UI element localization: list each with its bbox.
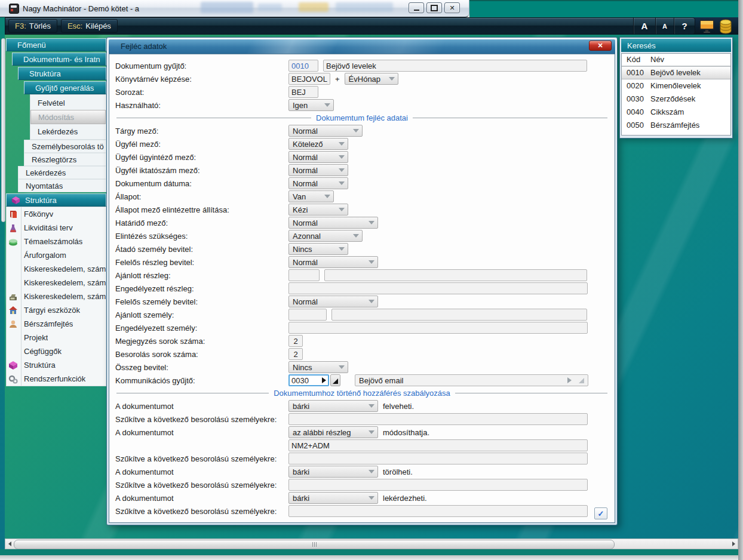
confirm-button[interactable]: ✓ (594, 507, 607, 519)
client-agent-field-select[interactable]: Normál (288, 151, 348, 163)
search-row[interactable]: 0040 Cikkszám (622, 106, 730, 119)
menu-header-struktura[interactable]: Struktúra (18, 67, 106, 80)
modify-access-persons-input[interactable] (288, 453, 588, 464)
create-access-persons-input[interactable] (288, 413, 588, 425)
search-row[interactable]: 0020 Kimenőlevelek (622, 79, 730, 93)
allowed-person-input[interactable] (288, 322, 588, 334)
sidebar-item-targyi-eszkozok[interactable]: Tárgyi eszközök (7, 303, 106, 317)
search-row[interactable]: 0030 Szerződések (622, 93, 730, 106)
responsible-dept-select[interactable]: Normál (288, 256, 378, 268)
status-select[interactable]: Van (288, 190, 334, 202)
close-window-button[interactable]: ✕ (444, 2, 460, 13)
monitor-icon[interactable] (699, 19, 715, 33)
field-label: Felelős részleg bevitel: (115, 258, 194, 267)
client-regnumber-field-select[interactable]: Normál (288, 164, 348, 176)
field-label: Ügyfél mező: (115, 140, 161, 149)
help-button[interactable]: ? (674, 18, 695, 34)
query-access-persons-input[interactable] (288, 505, 588, 517)
scroll-left-button[interactable] (6, 540, 13, 547)
glass-reflection (299, 2, 328, 12)
sidebar-item-aruforgalom[interactable]: Áruforgalom (7, 248, 106, 262)
search-row[interactable]: 0050 Bérszámfejtés (622, 119, 730, 132)
chevron-down-icon (389, 77, 395, 81)
font-increase-button[interactable]: A (633, 18, 655, 34)
query-access-select[interactable]: bárki (288, 492, 378, 504)
menu-item-modositas[interactable]: Módosítás (30, 110, 106, 124)
collector-lookup-button[interactable] (330, 374, 340, 386)
menu-header-fomenu[interactable]: Főmenü (6, 38, 106, 51)
handover-person-select[interactable]: Nincs (288, 243, 348, 255)
delete-access-select[interactable]: bárki (288, 466, 378, 478)
menu-header-dokumentum[interactable]: Dokumentum- és Iratn (12, 53, 106, 66)
suggested-person-code-input[interactable] (288, 309, 327, 321)
minimize-button[interactable] (409, 2, 424, 13)
search-panel-title[interactable]: Keresés (621, 39, 731, 52)
sidebar-item-kiskereskedelem-1[interactable]: Kiskereskedelem, száml (7, 262, 106, 276)
suggested-person-name-input[interactable] (331, 309, 587, 321)
responsible-person-select[interactable]: Normál (288, 296, 378, 307)
menu-item-felvetel[interactable]: Felvétel (30, 96, 106, 110)
subject-field-select[interactable]: Normál (288, 125, 363, 137)
horizontal-scrollbar[interactable] (5, 539, 738, 549)
amount-entry-select[interactable]: Nincs (288, 361, 348, 373)
scroll-right-button[interactable] (730, 540, 737, 547)
library-name-input[interactable] (288, 73, 330, 85)
communication-collector-name-field[interactable]: Bejövő email (355, 374, 588, 386)
sidebar-item-struktura[interactable]: Struktúra (7, 358, 106, 372)
sidebar-item-temaelszamolas[interactable]: Témaelszámolás (7, 235, 106, 248)
sidebar-item-kiskereskedelem-2[interactable]: Kiskereskedelem, száml (7, 276, 106, 290)
sidebar-item-kiskereskedelem-3[interactable]: Kiskereskedelem, száml (7, 290, 106, 303)
chevron-down-icon (339, 168, 345, 172)
document-collector-name-input[interactable] (323, 60, 587, 72)
sidebar-item-fokonyv[interactable]: Főkönyv (7, 207, 106, 221)
handling-required-select[interactable]: Azonnal (288, 230, 363, 242)
menu-header-struktura-group[interactable]: Struktúra (6, 193, 106, 207)
library-suffix-select[interactable]: ÉvHónap (345, 73, 398, 85)
exit-button[interactable]: Esc: Kilépés (61, 19, 118, 33)
close-icon: ✕ (597, 42, 603, 50)
menu-item-nyomtatas[interactable]: Nyomtatás (18, 179, 106, 192)
suggested-dept-name-input[interactable] (324, 269, 587, 281)
document-collector-code-input[interactable] (288, 60, 318, 72)
client-field-select[interactable]: Kötelező (288, 138, 348, 150)
modify-access-select[interactable]: az alábbi részleg (288, 426, 378, 438)
communication-collector-code-input[interactable]: 0030 (288, 374, 329, 386)
usable-select[interactable]: Igen (288, 99, 334, 111)
chevron-down-icon (369, 430, 374, 434)
sidebar-item-berszamfejtes[interactable]: Bérszámfejtés (7, 317, 106, 331)
database-icon[interactable] (719, 19, 732, 34)
delete-access-persons-input[interactable] (288, 479, 588, 491)
sidebar-item-likviditasi-terv[interactable]: Likviditási terv (7, 221, 106, 235)
window-title: Nagy Machinátor - Demó kötet - a (23, 4, 139, 13)
deadline-field-select[interactable]: Normál (288, 217, 378, 229)
field-label: Tárgy mező: (115, 127, 158, 136)
create-access-select[interactable]: bárki (288, 400, 378, 412)
sidebar-scrollbar[interactable] (1, 38, 5, 222)
status-done-mode-select[interactable]: Kézi (288, 204, 348, 216)
sidebar-item-cegfuggok[interactable]: Cégfüggők (7, 344, 106, 358)
menu-item-lekerdezes-2[interactable]: Lekérdezés (18, 166, 106, 179)
delete-button[interactable]: F3: Törlés (8, 19, 57, 33)
suggested-dept-code-input[interactable] (288, 269, 320, 281)
scrollbar-thumb[interactable] (14, 540, 615, 549)
section-title: Dokumemtumhoz történő hozzáférés szabály… (274, 389, 450, 398)
chevron-down-icon (369, 300, 374, 303)
modify-access-dept-input[interactable] (288, 439, 588, 451)
dialog-title-bar[interactable]: Fejléc adatok ✕ (109, 39, 615, 54)
dialog-close-button[interactable]: ✕ (589, 41, 612, 51)
menu-item-lekerdezes[interactable]: Lekérdezés (30, 124, 106, 139)
menu-item-reszlegtorzs[interactable]: Részlegtörzs (24, 153, 106, 166)
field-label: Ügyfél ügyintéző mező: (115, 153, 196, 162)
sidebar-item-rendszerfunkciok[interactable]: Rendszerfunkciók (7, 372, 106, 386)
classification-lines-input[interactable] (288, 348, 303, 360)
document-date-select[interactable]: Normál (288, 177, 348, 189)
comment-lines-input[interactable] (288, 335, 303, 347)
font-decrease-button[interactable]: A (655, 18, 674, 34)
menu-header-gyujto-generalas[interactable]: Gyűjtő generálás (24, 81, 106, 94)
series-input[interactable] (288, 86, 318, 98)
menu-item-szemelybesorolas[interactable]: Személybesorolás tö (24, 140, 106, 153)
sidebar-item-projekt[interactable]: Projekt (7, 331, 106, 344)
allowed-dept-input[interactable] (288, 282, 588, 294)
search-row[interactable]: 0010 Bejövő levelek (622, 66, 730, 79)
maximize-button[interactable] (426, 2, 442, 13)
